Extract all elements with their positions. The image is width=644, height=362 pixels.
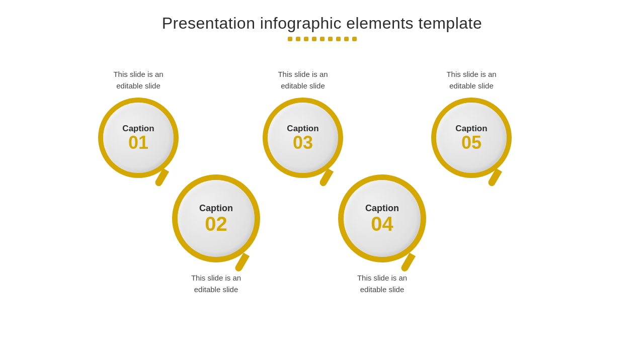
caption-02: Caption 02 This slide is aneditable slid… — [172, 174, 260, 295]
slide-title: Presentation infographic elements templa… — [162, 14, 482, 33]
caption-01-number: 01 — [128, 134, 148, 152]
dot-1 — [288, 37, 292, 41]
caption-05: This slide is aneditable slide Caption 0… — [431, 69, 512, 178]
dot-2 — [296, 37, 300, 41]
caption-03-handle — [318, 168, 334, 188]
caption-01-desc: This slide is aneditable slide — [113, 69, 163, 92]
caption-04-handle — [400, 253, 416, 273]
caption-02-desc: This slide is aneditable slide — [191, 273, 241, 295]
caption-05-desc: This slide is aneditable slide — [446, 69, 496, 92]
dot-6 — [328, 37, 333, 41]
caption-03-desc: This slide is aneditable slide — [278, 69, 328, 92]
dot-3 — [304, 37, 308, 41]
caption-02-handle — [234, 253, 250, 273]
caption-05-number: 05 — [461, 134, 481, 152]
caption-03-outer: Caption 03 — [263, 98, 343, 178]
caption-04-inner: Caption 04 — [344, 180, 421, 257]
caption-01-handle — [154, 168, 169, 188]
decorative-dots — [288, 37, 357, 41]
caption-02-number: 02 — [205, 214, 227, 234]
caption-03: This slide is aneditable slide Caption 0… — [263, 69, 343, 178]
caption-03-number: 03 — [293, 134, 313, 152]
caption-04: Caption 04 This slide is aneditable slid… — [338, 174, 426, 295]
dot-7 — [336, 37, 341, 41]
caption-02-inner: Caption 02 — [178, 180, 255, 257]
caption-04-desc: This slide is aneditable slide — [357, 273, 407, 295]
slide: Presentation infographic elements templa… — [0, 0, 644, 362]
caption-02-outer: Caption 02 — [172, 174, 260, 262]
dot-9 — [352, 37, 357, 41]
caption-04-number: 04 — [371, 214, 393, 234]
caption-01: This slide is aneditable slide Caption 0… — [98, 69, 179, 178]
caption-04-outer: Caption 04 — [338, 174, 426, 262]
dot-5 — [320, 37, 325, 41]
caption-04-word: Caption — [365, 203, 399, 214]
caption-02-word: Caption — [199, 203, 233, 214]
caption-05-handle — [487, 168, 502, 188]
caption-03-inner: Caption 03 — [268, 103, 338, 173]
dot-4 — [312, 37, 316, 41]
caption-01-inner: Caption 01 — [103, 103, 174, 173]
dot-8 — [344, 37, 349, 41]
caption-05-inner: Caption 05 — [436, 103, 507, 173]
caption-01-outer: Caption 01 — [98, 98, 179, 178]
caption-05-outer: Caption 05 — [431, 98, 512, 178]
content-area: This slide is aneditable slide Caption 0… — [0, 41, 644, 362]
